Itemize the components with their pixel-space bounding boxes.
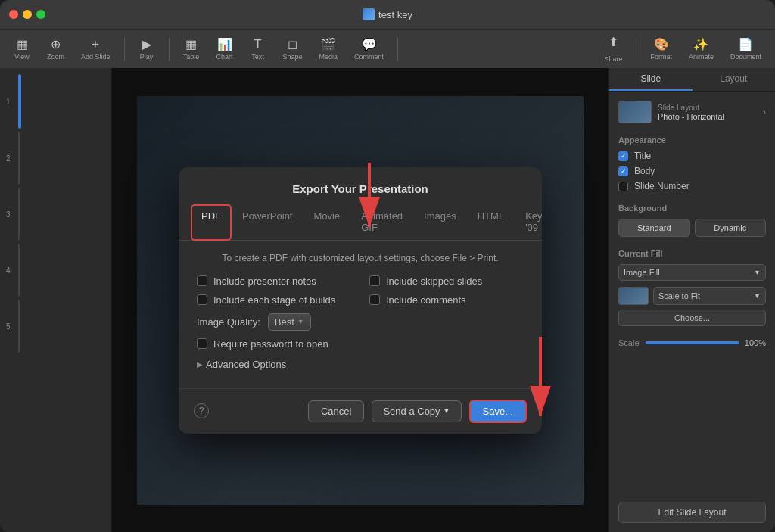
fill-type-row: Image Fill ▼ <box>618 264 766 281</box>
slide-num-1: 1 <box>6 98 11 106</box>
toolbar-share[interactable]: ⬆ Share <box>598 33 628 66</box>
checkbox-body[interactable] <box>618 166 628 176</box>
send-copy-button[interactable]: Send a Copy ▼ <box>372 400 461 422</box>
toolbar-divider-3 <box>397 38 398 61</box>
slide-4-wrapper: 4 <box>18 244 107 297</box>
toolbar-divider-2 <box>169 38 170 61</box>
slide-thumb-2[interactable] <box>18 132 20 185</box>
toolbar-format[interactable]: 🎨 Format <box>644 35 678 64</box>
modal-footer: ? Cancel Send a Copy ▼ Save... <box>179 388 542 434</box>
zoom-icon: ⊕ <box>48 38 64 51</box>
minimize-button[interactable] <box>23 10 32 19</box>
close-button[interactable] <box>9 10 18 19</box>
checkbox-skipped-slides[interactable] <box>369 275 380 286</box>
format-icon: 🎨 <box>653 38 670 51</box>
checkbox-slide-number-item: Slide Number <box>618 181 766 191</box>
media-icon: 🎬 <box>320 38 337 51</box>
tab-pdf[interactable]: PDF <box>191 204 232 241</box>
slide-num-4: 4 <box>6 266 11 275</box>
option-skipped-slides: Include skipped slides <box>369 275 524 287</box>
traffic-lights <box>9 10 45 19</box>
checkbox-password[interactable] <box>197 338 207 349</box>
slide-2-wrapper: 2 <box>18 132 107 185</box>
fill-fit-chevron-icon: ▼ <box>754 292 761 300</box>
toolbar-table[interactable]: ▦ Table <box>177 35 206 64</box>
layout-section: Slide Layout Photo - Horizontal › <box>618 101 766 123</box>
quality-select[interactable]: Best ▼ <box>268 313 311 331</box>
tab-html[interactable]: HTML <box>467 204 515 241</box>
slide-5-wrapper: 5 <box>18 300 107 353</box>
layout-thumb <box>618 101 652 123</box>
tab-images[interactable]: Images <box>413 204 467 241</box>
layout-info: Slide Layout Photo - Horizontal <box>658 104 724 121</box>
right-panel-content: Slide Layout Photo - Horizontal › Appear… <box>609 92 775 496</box>
tab-powerpoint[interactable]: PowerPoint <box>232 204 303 241</box>
checkbox-slide-number[interactable] <box>618 182 628 191</box>
text-icon: T <box>250 38 266 51</box>
dynamic-button[interactable]: Dynamic <box>695 219 767 237</box>
fill-swatch <box>618 287 649 305</box>
toolbar-comment[interactable]: 💬 Comment <box>348 35 390 64</box>
option-password: Require password to open <box>197 338 524 350</box>
toolbar-add-slide[interactable]: ＋ Add Slide <box>75 35 117 64</box>
toolbar-text[interactable]: T Text <box>244 35 272 64</box>
tab-layout[interactable]: Layout <box>693 68 776 91</box>
help-button[interactable]: ? <box>194 403 209 418</box>
scale-slider-fill <box>646 341 739 344</box>
toolbar-shape[interactable]: ◻ Shape <box>277 35 309 64</box>
standard-button[interactable]: Standard <box>618 219 690 237</box>
fill-preview-row: Scale to Fit ▼ <box>618 287 766 305</box>
edit-layout-button[interactable]: Edit Slide Layout <box>618 502 766 523</box>
checkbox-comments[interactable] <box>369 294 380 305</box>
appearance-section: Appearance Title Body Slide Number <box>618 135 766 191</box>
cancel-button[interactable]: Cancel <box>308 400 364 422</box>
checkbox-body-item: Body <box>618 166 766 176</box>
fullscreen-button[interactable] <box>36 10 45 19</box>
layout-chevron-icon: › <box>763 107 766 117</box>
main-content: 1 2 3 4 <box>0 68 775 532</box>
add-slide-icon: ＋ <box>87 38 104 51</box>
modal-col-left: Include presenter notes Include each sta… <box>197 275 351 313</box>
toolbar-animate[interactable]: ✨ Animate <box>683 35 720 64</box>
advanced-options[interactable]: ▶ Advanced Options <box>197 359 524 370</box>
toolbar-play[interactable]: ▶ Play <box>132 35 161 64</box>
scale-slider[interactable] <box>646 341 739 344</box>
export-modal: Export Your Presentation PDF PowerPoint … <box>179 167 542 434</box>
modal-options: Include presenter notes Include each sta… <box>197 275 524 313</box>
document-icon: 📄 <box>737 38 754 51</box>
tab-animated-gif[interactable]: Animated GIF <box>350 204 413 241</box>
share-icon: ⬆ <box>605 36 621 49</box>
choose-button[interactable]: Choose... <box>618 310 766 326</box>
table-icon: ▦ <box>183 38 200 51</box>
option-presenter-notes: Include presenter notes <box>197 275 351 287</box>
toolbar-view[interactable]: ▦ View <box>8 35 36 64</box>
chart-icon: 📊 <box>216 38 233 51</box>
tab-slide[interactable]: Slide <box>609 68 693 91</box>
slide-thumb-4[interactable] <box>18 244 20 297</box>
checkbox-title[interactable] <box>618 151 628 161</box>
window-title: test key <box>363 8 412 20</box>
checkbox-presenter-notes[interactable] <box>197 275 207 286</box>
scale-section: Scale 100% <box>618 338 766 347</box>
fill-type-select[interactable]: Image Fill ▼ <box>618 264 766 281</box>
fill-fit-select[interactable]: Scale to Fit ▼ <box>653 287 766 305</box>
titlebar: test key <box>0 0 775 29</box>
tab-keynote09[interactable]: Keynote '09 <box>515 204 542 241</box>
quality-select-arrow: ▼ <box>297 318 304 325</box>
save-button[interactable]: Save... <box>469 400 527 423</box>
toolbar-media[interactable]: 🎬 Media <box>313 35 344 64</box>
slide-1-wrapper: 1 <box>18 74 107 129</box>
toolbar-zoom[interactable]: ⊕ Zoom <box>41 35 70 64</box>
slide-thumb-3[interactable] <box>18 188 20 241</box>
toolbar-document[interactable]: 📄 Document <box>724 35 767 64</box>
checkbox-stage-builds[interactable] <box>197 294 207 305</box>
tab-movie[interactable]: Movie <box>303 204 350 241</box>
slide-thumb-1[interactable] <box>18 74 21 129</box>
advanced-arrow-icon: ▶ <box>197 360 203 369</box>
toolbar-chart[interactable]: 📊 Chart <box>210 35 239 64</box>
canvas-area: Export Your Presentation PDF PowerPoint … <box>112 68 608 532</box>
slide-thumb-5[interactable] <box>18 300 20 353</box>
view-icon: ▦ <box>14 38 30 51</box>
modal-body: To create a PDF with customized layout s… <box>179 241 542 388</box>
modal-col-right: Include skipped slides Include comments <box>369 275 524 313</box>
